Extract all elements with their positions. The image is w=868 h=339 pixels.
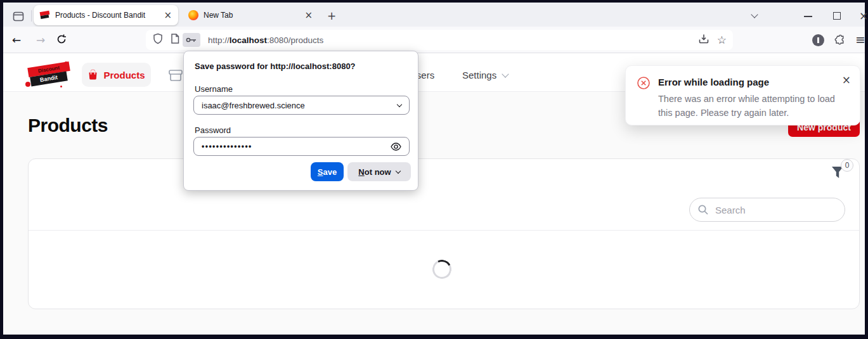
username-field <box>193 96 410 115</box>
url-host: localhost <box>230 35 267 45</box>
window-maximize-button[interactable] <box>833 12 841 20</box>
tab-bar: Products - Discount Bandit × New Tab × +… <box>3 3 865 27</box>
forward-button[interactable]: → <box>33 32 48 48</box>
toast-close-icon[interactable]: × <box>842 74 851 86</box>
password-input[interactable] <box>194 138 409 155</box>
url-path: :8080/products <box>267 35 323 45</box>
card-divider <box>29 230 859 231</box>
discount-bandit-favicon <box>40 11 50 20</box>
chevron-down-icon[interactable] <box>398 103 401 106</box>
not-now-button[interactable]: Not now <box>347 162 411 181</box>
firefox-view-icon[interactable] <box>11 10 26 23</box>
search-icon <box>697 204 709 218</box>
close-tab-icon[interactable]: × <box>164 11 172 20</box>
reveal-password-eye-icon[interactable] <box>391 143 401 153</box>
saved-password-key-icon[interactable] <box>183 33 200 47</box>
menu-hamburger-icon[interactable]: ≡ <box>853 32 867 47</box>
save-button[interactable]: Save <box>311 162 344 181</box>
password-label: Password <box>195 125 231 135</box>
username-label: Username <box>195 84 233 94</box>
chevron-down-icon <box>502 70 509 77</box>
bookmark-star-icon[interactable]: ☆ <box>717 34 727 46</box>
save-label-rest: ave <box>323 167 337 177</box>
address-bar[interactable]: http://localhost:8080/products ☆ <box>146 30 733 50</box>
not-now-access-key: N <box>358 167 364 177</box>
url-scheme: http:// <box>208 35 230 45</box>
error-toast: Error while loading page There was an er… <box>625 65 860 125</box>
save-password-dialog: Save password for http://localhost:8080?… <box>183 51 418 191</box>
discount-bandit-logo[interactable]: Discount Bandit <box>24 60 72 89</box>
error-circle-x-icon <box>637 76 651 93</box>
toast-body: There was an error while attempting to l… <box>658 92 848 120</box>
search-field[interactable] <box>689 198 845 222</box>
chevron-down-icon <box>395 168 400 173</box>
search-input[interactable] <box>689 198 845 222</box>
browser-window: Products - Discount Bandit × New Tab × +… <box>0 0 868 339</box>
window-close-button[interactable]: × <box>857 9 868 23</box>
username-input[interactable] <box>194 96 409 114</box>
tab-title: New Tab <box>204 11 299 20</box>
shopping-bag-icon <box>87 69 98 80</box>
tab-divider <box>31 10 32 22</box>
extensions-puzzle-icon[interactable] <box>834 34 847 49</box>
archive-box-icon[interactable] <box>167 68 184 86</box>
reader-page-icon[interactable] <box>170 33 180 47</box>
nav-item-products[interactable]: Products <box>82 63 151 87</box>
tab-products[interactable]: Products - Discount Bandit × <box>34 5 178 25</box>
list-all-tabs-icon[interactable] <box>752 12 757 17</box>
new-tab-button[interactable]: + <box>324 8 339 23</box>
products-card <box>28 158 860 309</box>
tab-title: Products - Discount Bandit <box>55 11 159 20</box>
firefox-favicon <box>188 10 198 20</box>
dialog-title: Save password for http://localhost:8080? <box>195 61 356 71</box>
extension-icon[interactable] <box>812 34 824 46</box>
back-button[interactable]: ← <box>9 32 24 48</box>
window-minimize-button[interactable] <box>804 16 812 17</box>
reload-icon[interactable] <box>56 34 67 48</box>
page-title: Products <box>28 115 108 136</box>
shield-icon[interactable] <box>152 33 164 47</box>
nav-item-settings[interactable]: Settings <box>462 70 508 80</box>
url-text[interactable]: http://localhost:8080/products <box>208 35 698 45</box>
tab-new-tab[interactable]: New Tab × <box>182 5 319 25</box>
downloads-icon[interactable] <box>698 33 709 47</box>
filter-count-badge: 0 <box>841 159 853 172</box>
password-field <box>193 137 410 156</box>
nav-label: Settings <box>462 70 496 80</box>
nav-label: Products <box>103 70 145 80</box>
close-tab-icon[interactable]: × <box>304 11 313 20</box>
not-now-label-rest: ot now <box>365 167 391 177</box>
toast-title: Error while loading page <box>658 77 769 87</box>
